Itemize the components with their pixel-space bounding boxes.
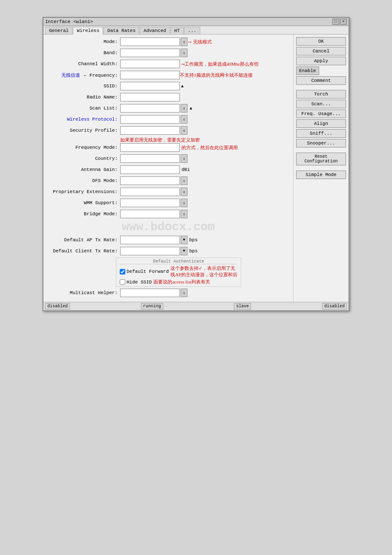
security-profile-dropdown[interactable]: ⇕ bbox=[181, 126, 187, 135]
main-window: Interface <wlan1> □ × General Wireless D… bbox=[43, 17, 349, 311]
freq-usage-button[interactable]: Freq. Usage... bbox=[296, 110, 346, 118]
wireless-protocol-row: Wireless Protocol: 802.11 ⇕ bbox=[48, 115, 289, 124]
band-input[interactable]: 2GHz-B/G/N bbox=[120, 49, 180, 57]
default-forward-checkbox[interactable] bbox=[120, 269, 125, 275]
multicast-helper-input[interactable]: default bbox=[120, 289, 180, 297]
radio-name-row: Radio Name: D4CA6D2B6C58 bbox=[48, 92, 289, 102]
sniff-button[interactable]: Sniff... bbox=[296, 129, 346, 138]
enable-button[interactable]: Enable bbox=[296, 66, 319, 75]
form-area: Mode: ap bridge ⇕ ⟶ 无线模式 Band: 2GHz-B/G/… bbox=[43, 35, 293, 302]
wireless-protocol-select: 802.11 ⇕ bbox=[120, 115, 187, 124]
simple-mode-button[interactable]: Simple Mode bbox=[296, 171, 346, 179]
status-cell-4: disabled bbox=[322, 303, 347, 309]
tab-more[interactable]: ... bbox=[184, 27, 200, 34]
authenticate-group-label: Default Authenticate bbox=[120, 259, 237, 264]
frequency-section: 无线信道 ← Frequency: 2447 不支持1频道的无线网卡就不能连接 bbox=[48, 70, 289, 80]
torch-button[interactable]: Torch bbox=[296, 90, 346, 98]
bridge-mode-select: enabled ⇕ bbox=[120, 210, 187, 218]
frequency-row: 无线信道 ← Frequency: 2447 不支持1频道的无线网卡就不能连接 bbox=[48, 70, 289, 80]
default-ap-tx-input[interactable] bbox=[120, 236, 180, 244]
proprietary-extensions-dropdown[interactable]: ⇕ bbox=[181, 188, 187, 196]
ssid-input[interactable]: WAP bbox=[120, 82, 180, 90]
default-ap-tx-row: Default AP Tx Rate: ▼ bps bbox=[48, 235, 289, 245]
scan-button[interactable]: Scan... bbox=[296, 100, 346, 108]
multicast-helper-select: default ⇕ bbox=[120, 289, 187, 297]
scan-list-label: Scan List: bbox=[48, 106, 120, 111]
radio-name-input[interactable]: D4CA6D2B6C58 bbox=[120, 93, 180, 101]
dfs-mode-label: DFS Mode: bbox=[48, 178, 120, 183]
default-ap-tx-dropdown[interactable]: ▼ bbox=[181, 236, 187, 244]
tab-data-rates[interactable]: Data Rates bbox=[104, 27, 139, 34]
default-client-tx-label: Default Client Tx Rate: bbox=[48, 249, 120, 254]
tab-bar: General Wireless Data Rates Advanced HT … bbox=[43, 26, 349, 35]
wireless-protocol-label: Wireless Protocol: bbox=[48, 117, 120, 122]
window-title: Interface <wlan1> bbox=[45, 19, 93, 24]
frequency-input[interactable]: 2447 bbox=[120, 71, 180, 79]
tab-ht[interactable]: HT bbox=[170, 27, 184, 34]
tab-general[interactable]: General bbox=[45, 27, 72, 34]
country-dropdown[interactable]: ⇕ bbox=[181, 154, 187, 163]
ssid-up-arrow: ▲ bbox=[181, 84, 184, 89]
security-profile-select: default ⇕ bbox=[120, 126, 187, 135]
radio-name-label: Radio Name: bbox=[48, 95, 120, 100]
scan-list-input[interactable]: default bbox=[120, 104, 180, 113]
frequency-label: 无线信道 ← Frequency: bbox=[48, 72, 120, 78]
dfs-mode-input[interactable]: none bbox=[120, 176, 180, 185]
reset-config-button[interactable]: Reset Configuration bbox=[296, 153, 346, 165]
status-cell-2: running bbox=[141, 303, 163, 309]
country-input[interactable]: no_country_set bbox=[120, 154, 180, 163]
bridge-mode-dropdown[interactable]: ⇕ bbox=[181, 210, 187, 218]
bottom-bar: disabled running slave disabled bbox=[43, 302, 349, 310]
snooper-button[interactable]: Snooper... bbox=[296, 139, 346, 147]
bridge-mode-input[interactable]: enabled bbox=[120, 210, 180, 218]
frequency-mode-input[interactable]: manual txpower bbox=[120, 143, 180, 152]
mode-dropdown-arrow[interactable]: ⇕ bbox=[181, 38, 187, 46]
default-forward-annotation: 这个参数去掉✓，表示启用了无 线AP的主动漫游，这个位置和后 bbox=[170, 265, 237, 278]
proprietary-extensions-label: Proprietary Extensions: bbox=[48, 189, 120, 194]
default-forward-label: Default Forward bbox=[127, 269, 169, 274]
band-dropdown-arrow[interactable]: ⇕ bbox=[181, 49, 187, 57]
mode-arrow: ⟶ bbox=[188, 39, 191, 45]
tab-advanced[interactable]: Advanced bbox=[140, 27, 170, 34]
frequency-mode-row: Frequency Mode: manual txpower 的方式，然后在此位… bbox=[48, 143, 289, 152]
scan-list-dropdown-arrow[interactable]: ⇕ bbox=[181, 104, 187, 113]
dfs-mode-select: none ⇕ bbox=[120, 176, 187, 185]
hide-ssid-checkbox[interactable] bbox=[120, 279, 125, 285]
status-cell-1: disabled bbox=[45, 303, 70, 309]
wmm-support-row: WMM Support: disabled ⇕ bbox=[48, 198, 289, 208]
wireless-protocol-input[interactable]: 802.11 bbox=[120, 115, 180, 124]
comment-button[interactable]: Comment bbox=[296, 76, 346, 85]
channel-width-select: 20MHz ⟶ bbox=[120, 60, 184, 68]
channel-width-annotation: 工作频宽，如果选成40Mhz那么有些 bbox=[184, 61, 259, 67]
minimize-button[interactable]: □ bbox=[332, 19, 339, 25]
default-client-tx-dropdown[interactable]: ▼ bbox=[181, 247, 187, 255]
scan-list-row: Scan List: default ⇕ ▲ bbox=[48, 104, 289, 113]
default-client-tx-input[interactable] bbox=[120, 247, 180, 255]
dfs-mode-dropdown[interactable]: ⇕ bbox=[181, 176, 187, 185]
align-button[interactable]: Align bbox=[296, 119, 346, 128]
security-profile-label: Security Profile: bbox=[48, 128, 120, 133]
channel-width-input[interactable]: 20MHz bbox=[120, 60, 180, 68]
wmm-support-dropdown[interactable]: ⇕ bbox=[181, 199, 187, 207]
cancel-button[interactable]: Cancel bbox=[296, 47, 346, 55]
mode-input[interactable]: ap bridge bbox=[120, 38, 180, 46]
wireless-protocol-dropdown[interactable]: ⇕ bbox=[181, 115, 187, 124]
antenna-gain-input[interactable]: 0 bbox=[120, 165, 180, 174]
channel-width-arrow: ⟶ bbox=[182, 61, 184, 67]
proprietary-extensions-select: post-2.9.25 ⇕ bbox=[120, 188, 187, 196]
proprietary-extensions-input[interactable]: post-2.9.25 bbox=[120, 188, 180, 196]
country-row: Country: no_country_set ⇕ bbox=[48, 154, 289, 163]
close-button[interactable]: × bbox=[340, 19, 347, 25]
apply-button[interactable]: Apply bbox=[296, 57, 346, 65]
band-label: Band: bbox=[48, 50, 120, 55]
hide-ssid-annotation: 面要说的access list列表有关 bbox=[153, 279, 210, 285]
bridge-mode-label: Bridge Mode: bbox=[48, 211, 120, 217]
wmm-support-input[interactable]: disabled bbox=[120, 199, 180, 207]
security-profile-input[interactable]: default bbox=[120, 126, 180, 135]
ok-button[interactable]: OK bbox=[296, 37, 346, 46]
multicast-helper-dropdown[interactable]: ⇕ bbox=[181, 289, 187, 297]
tab-wireless[interactable]: Wireless bbox=[73, 27, 103, 35]
scan-list-up-arrow: ▲ bbox=[190, 106, 192, 111]
default-ap-tx-select: ▼ bbox=[120, 236, 187, 244]
hide-ssid-label: Hide SSID bbox=[127, 280, 152, 285]
